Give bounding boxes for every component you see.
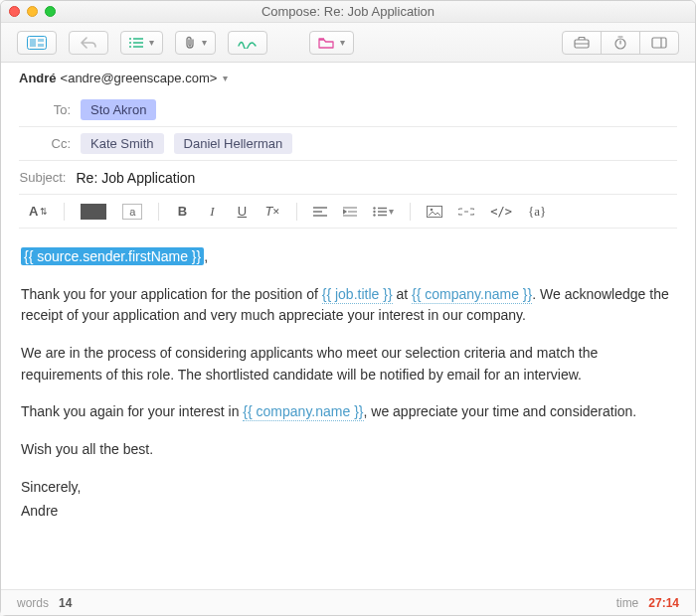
swatch-a-icon: a	[122, 204, 142, 220]
move-folder-button[interactable]: ▾	[309, 31, 354, 55]
text-color-button[interactable]	[77, 201, 110, 223]
underline-button[interactable]: U	[231, 201, 253, 223]
link-icon	[458, 207, 474, 217]
from-name: André	[19, 71, 57, 85]
code-button[interactable]: </>	[486, 201, 516, 223]
panels-button[interactable]	[639, 31, 679, 55]
folder-icon	[318, 37, 334, 49]
window-title: Compose: Re: Job Application	[1, 4, 695, 19]
svg-rect-6	[652, 38, 666, 48]
chevron-down-icon: ▾	[340, 37, 345, 48]
template-variable[interactable]: {{ company.name }}	[243, 403, 363, 421]
recipient-chip[interactable]: Kate Smith	[81, 133, 164, 154]
svg-point-7	[374, 207, 376, 209]
svg-rect-2	[38, 39, 44, 42]
message-body[interactable]: {{ source.sender.firstName }}, Thank you…	[1, 229, 695, 589]
words-count: 14	[59, 596, 72, 610]
close-icon[interactable]	[9, 6, 20, 17]
italic-button[interactable]: I	[201, 201, 223, 223]
template-variable[interactable]: {{ job.title }}	[322, 286, 393, 304]
clear-format-button[interactable]: T✕	[261, 201, 284, 223]
signature-icon	[238, 37, 258, 49]
chevron-down-icon: ▾	[202, 37, 207, 48]
template-var-button[interactable]: {a}	[524, 201, 550, 223]
svg-point-8	[374, 210, 376, 212]
chevron-down-icon: ▾	[223, 73, 228, 83]
traffic-lights	[9, 6, 56, 17]
layout-button[interactable]	[17, 31, 57, 55]
swatch-icon	[81, 204, 106, 220]
cc-label: Cc:	[19, 136, 81, 151]
time-label: time	[616, 596, 639, 610]
svg-rect-1	[30, 39, 36, 47]
bullet-list-icon	[373, 207, 387, 217]
main-toolbar: ▾ ▾ ▾	[1, 23, 695, 63]
indent-icon	[343, 207, 357, 217]
bold-button[interactable]: B	[171, 201, 193, 223]
status-bar: words 14 time 27:14	[1, 589, 695, 615]
compose-window: Compose: Re: Job Application ▾ ▾ ▾	[0, 0, 696, 616]
panel-icon	[651, 37, 667, 49]
template-variable[interactable]: {{ source.sender.firstName }}	[21, 247, 204, 265]
chevron-down-icon: ▾	[389, 206, 394, 217]
recipient-chip[interactable]: Daniel Hellerman	[174, 133, 293, 154]
chevron-down-icon: ▾	[149, 37, 154, 48]
subject-label: Subject:	[19, 170, 76, 185]
briefcase-icon	[574, 37, 590, 49]
words-label: words	[17, 596, 49, 610]
reply-icon	[81, 37, 96, 49]
template-variable[interactable]: {{ company.name }}	[412, 286, 532, 304]
toolbox-button[interactable]	[562, 31, 602, 55]
insert-image-button[interactable]	[423, 201, 446, 223]
time-value: 27:14	[648, 596, 679, 610]
image-icon	[427, 206, 442, 218]
minimize-icon[interactable]	[27, 6, 38, 17]
to-label: To:	[19, 102, 81, 117]
indent-button[interactable]	[339, 201, 361, 223]
zoom-icon[interactable]	[45, 6, 56, 17]
reply-button[interactable]	[69, 31, 108, 55]
font-size-button[interactable]: A⇅	[25, 201, 52, 223]
signature-button[interactable]	[228, 31, 267, 55]
attach-button[interactable]: ▾	[175, 31, 216, 55]
align-left-icon	[313, 207, 327, 217]
from-email: <andre@greenscape.com>	[61, 71, 218, 85]
subject-row: Subject:	[19, 161, 677, 195]
bullet-list-button[interactable]: ▾	[369, 201, 398, 223]
cc-row[interactable]: Cc: Kate Smith Daniel Hellerman	[19, 127, 677, 161]
svg-rect-3	[38, 44, 44, 47]
svg-point-9	[374, 214, 376, 216]
timer-icon	[613, 36, 627, 50]
align-button[interactable]	[309, 201, 331, 223]
list-icon	[129, 37, 143, 49]
titlebar: Compose: Re: Job Application	[1, 1, 695, 23]
timer-button[interactable]	[601, 31, 640, 55]
svg-point-11	[431, 208, 434, 211]
subject-input[interactable]	[76, 164, 677, 192]
format-toolbar: A⇅ a B I U T✕ ▾	[19, 195, 677, 229]
list-button[interactable]: ▾	[120, 31, 163, 55]
insert-link-button[interactable]	[454, 201, 478, 223]
right-toolbar-group	[562, 31, 679, 55]
to-row[interactable]: To: Sto Akron	[19, 93, 677, 127]
from-row[interactable]: André <andre@greenscape.com> ▾	[1, 63, 695, 93]
header-fields: To: Sto Akron Cc: Kate Smith Daniel Hell…	[1, 93, 695, 229]
layout-icon	[27, 36, 47, 50]
recipient-chip[interactable]: Sto Akron	[81, 99, 156, 120]
paperclip-icon	[184, 36, 196, 50]
highlight-color-button[interactable]: a	[118, 201, 146, 223]
